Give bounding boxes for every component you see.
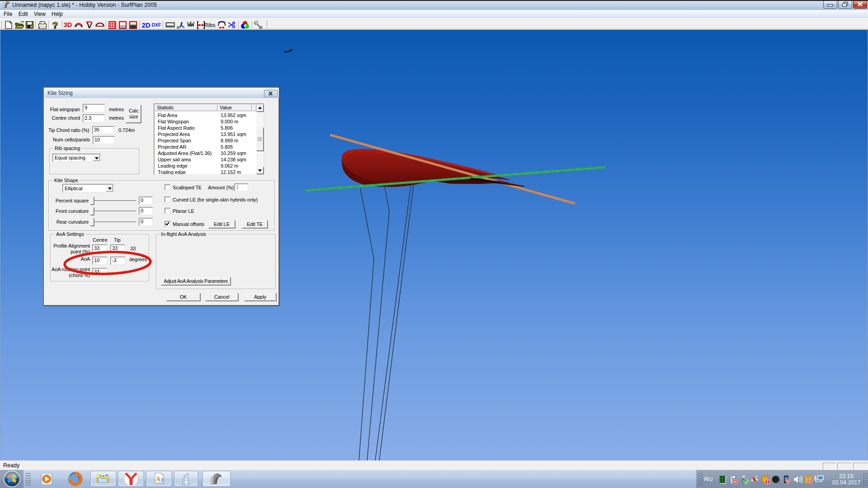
svg-text:3D: 3D [64,21,72,28]
svg-text:22:15: 22:15 [839,473,853,479]
svg-text:02.04.2017: 02.04.2017 [832,479,861,486]
svg-text:2D: 2D [142,21,150,29]
svg-text:DXF: DXF [152,22,162,28]
svg-text:Ribs: Ribs [204,22,215,28]
svg-text:A: A [156,475,161,483]
svg-text:RU: RU [704,476,713,483]
